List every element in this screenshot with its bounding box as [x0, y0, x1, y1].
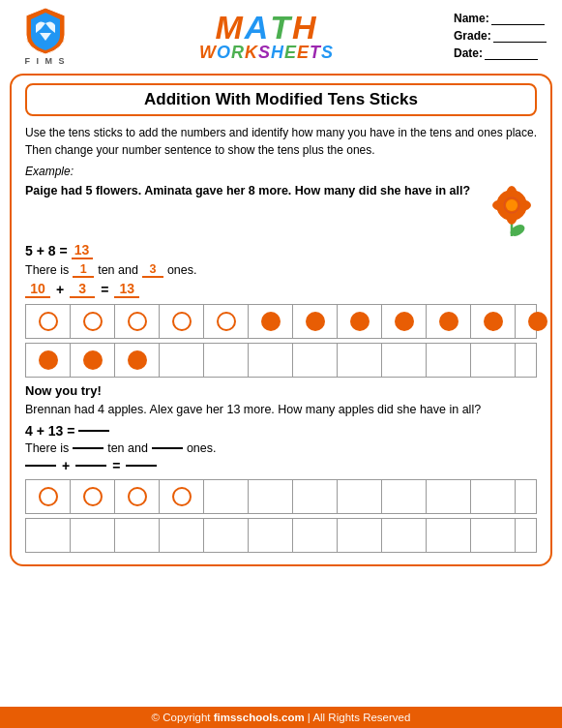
circle-filled: [395, 312, 414, 331]
tens-value: 1: [73, 262, 94, 278]
grid-row-2: [25, 343, 537, 378]
grid-cell: [516, 344, 560, 377]
mod-plus: +: [56, 282, 64, 297]
grid-cell: [160, 344, 204, 377]
equation-text: 5 + 8 =: [25, 243, 68, 258]
grid-cell: [115, 519, 160, 552]
example-problem-row: Paige had 5 flowers. Aminata gave her 8 …: [25, 182, 537, 238]
student-ones-post: ones.: [187, 441, 217, 455]
grid-cell: [26, 480, 71, 513]
grid-cell: [382, 519, 427, 552]
grade-label: Grade:: [454, 29, 491, 43]
site-title: MATH WORKSHEETS: [79, 11, 454, 61]
tens-mid: ten and: [98, 263, 138, 277]
circle-outline: [83, 487, 103, 506]
student-mod-equals: =: [112, 458, 120, 473]
grid-cell: [204, 344, 249, 377]
grid-row-1: [25, 304, 537, 339]
footer-rights: | All Rights Reserved: [305, 712, 411, 723]
name-underline: [491, 12, 545, 25]
mod-a: 10: [25, 281, 50, 298]
student-modified-eq: + =: [25, 458, 537, 473]
grid-cell: [427, 305, 471, 338]
grid-cell: [71, 519, 115, 552]
header: F I M S MATH WORKSHEETS Name: Grade: Dat…: [0, 0, 562, 70]
footer: © Copyright fimsschools.com | All Rights…: [0, 707, 562, 728]
grid-cell: [160, 480, 204, 513]
student-problem: Brennan had 4 apples. Alex gave her 13 m…: [25, 401, 537, 419]
circle-outline: [172, 487, 192, 506]
circle-outline: [83, 312, 103, 331]
grid-cell: [427, 480, 471, 513]
grid-cell: [160, 519, 204, 552]
example-equation: 5 + 8 = 13: [25, 242, 537, 259]
flower-icon: [487, 182, 537, 238]
grid-cell: [71, 344, 115, 377]
grid-cell: [115, 344, 160, 377]
student-tens-blank: [73, 447, 104, 449]
name-field: Name:: [454, 12, 550, 25]
worksheet-title: Addition With Modified Tens Sticks: [25, 83, 537, 116]
grid-cell: [338, 305, 382, 338]
grid-cell: [71, 305, 115, 338]
tens-ones-pre: There is: [25, 263, 69, 277]
grid-cell: [338, 480, 382, 513]
tens-ones-line: There is 1 ten and 3 ones.: [25, 262, 537, 278]
circle-outline: [39, 312, 58, 331]
grid-cell: [115, 305, 160, 338]
grid-cell: [382, 480, 427, 513]
grid-cell: [338, 519, 382, 552]
grid-cell: [249, 519, 293, 552]
name-area: Name: Grade: Date:: [454, 12, 550, 60]
grid-cell: [26, 519, 71, 552]
grade-field: Grade:: [454, 29, 550, 43]
grid-cell: [293, 305, 338, 338]
grid-cell: [516, 480, 560, 513]
example-label: Example:: [25, 165, 537, 178]
mod-b: 3: [70, 281, 95, 298]
grid-cell: [382, 344, 427, 377]
student-equation: 4 + 13 =: [25, 423, 537, 439]
circle-outline: [39, 487, 58, 506]
footer-link: fimsschools.com: [214, 712, 305, 723]
student-tens-ones: There is ten and ones.: [25, 441, 537, 455]
student-mod-a: [25, 465, 56, 467]
modified-equation: 10 + 3 = 13: [25, 281, 537, 298]
grid-cell: [293, 480, 338, 513]
grid-cell: [204, 519, 249, 552]
circle-filled: [439, 312, 458, 331]
student-ones-blank: [152, 447, 183, 449]
student-answer-blank: [78, 430, 109, 432]
grid-cell: [471, 480, 516, 513]
grid-cell: [516, 519, 560, 552]
grid-cell: [382, 305, 427, 338]
fims-label: F I M S: [25, 56, 67, 66]
circle-filled: [528, 312, 547, 331]
student-eq-text: 4 + 13 =: [25, 423, 74, 439]
answer-value: 13: [72, 242, 93, 259]
grid-cell: [293, 344, 338, 377]
grid-cell: [293, 519, 338, 552]
grid-cell: [71, 480, 115, 513]
logo-icon: [22, 6, 69, 56]
mod-equals: =: [101, 282, 108, 297]
name-label: Name:: [454, 12, 489, 25]
grid-cell: [516, 305, 560, 338]
student-tens-pre: There is: [25, 441, 69, 455]
grid-cell: [471, 305, 516, 338]
circle-filled: [128, 350, 147, 370]
example-problem-text: Paige had 5 flowers. Aminata gave her 8 …: [25, 182, 479, 200]
date-label: Date:: [454, 46, 483, 60]
circle-outline: [128, 312, 147, 331]
grid-cell: [26, 344, 71, 377]
grid-cell: [160, 305, 204, 338]
ones-value: 3: [142, 262, 163, 278]
circle-filled: [350, 312, 370, 331]
circle-filled: [484, 312, 503, 331]
grid-cell: [471, 519, 516, 552]
grid-cell: [427, 344, 471, 377]
grid-cell: [26, 305, 71, 338]
logo-area: F I M S: [12, 6, 79, 66]
grid-cell: [204, 480, 249, 513]
section-title: Now you try!: [25, 383, 537, 398]
